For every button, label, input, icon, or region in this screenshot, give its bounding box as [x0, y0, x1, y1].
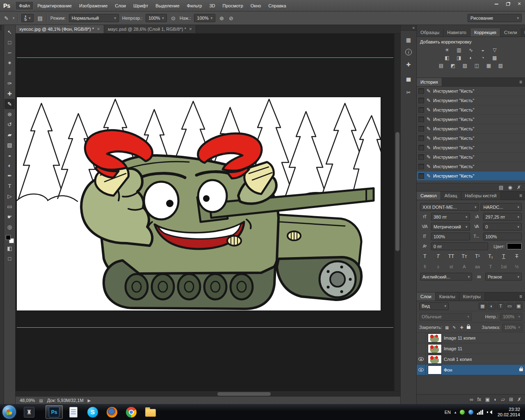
info-mini-icon[interactable]: i	[405, 49, 412, 55]
tool-move[interactable]: ↖	[5, 27, 15, 37]
menu-item[interactable]: Окно	[247, 1, 265, 10]
menu-item[interactable]: Фильтр	[183, 1, 206, 10]
history-source-well[interactable]	[418, 154, 424, 160]
menu-item[interactable]: 3D	[205, 1, 219, 10]
tab-stili[interactable]: Стили	[500, 28, 521, 37]
canvas-artwork[interactable]	[17, 97, 381, 310]
minimize-button[interactable]	[491, 0, 502, 8]
tool-clone-stamp[interactable]: ⊛	[5, 109, 15, 119]
tab-sloi[interactable]: Слои	[417, 292, 436, 301]
history-source-well[interactable]	[418, 126, 424, 132]
menu-item[interactable]: Слои	[111, 1, 130, 10]
tab-istoriya[interactable]: История	[417, 78, 442, 86]
ligatures-button[interactable]: fi	[420, 263, 430, 271]
delete-layer-icon[interactable]: ✗	[517, 397, 521, 402]
tab-close-icon[interactable]: ✕	[97, 27, 100, 31]
antivirus-tray-icon[interactable]	[460, 410, 465, 415]
panel-menu-icon[interactable]: ≡	[521, 30, 525, 35]
taskbar-chrome-button[interactable]	[123, 405, 140, 419]
lock-transparency-icon[interactable]: ▦	[444, 324, 450, 331]
filter-smart-icon[interactable]: ▣	[515, 303, 523, 310]
menu-item[interactable]: Редактирование	[34, 1, 75, 10]
horizontal-scrollbar[interactable]	[16, 391, 400, 396]
layer-thumbnail[interactable]	[428, 344, 442, 353]
language-select[interactable]: Английский...▾	[420, 273, 472, 281]
layer-blend-mode-select[interactable]: Обычные▾	[419, 313, 472, 321]
tool-blur[interactable]: ◒	[5, 150, 15, 160]
tab-navigator[interactable]: Навигато	[443, 28, 470, 37]
ordinals-button[interactable]: 1st	[499, 263, 509, 271]
network-tray-icon[interactable]	[477, 410, 483, 415]
doc-tab-xyecoc[interactable]: xyecoc.jpg @ 48,1% (Фон, RGB/8*) * ✕	[16, 25, 104, 33]
adj-invert-icon[interactable]: ◩	[449, 62, 458, 69]
volume-tray-icon[interactable]	[487, 410, 492, 415]
subscript-button[interactable]: T₁	[486, 253, 495, 260]
vertical-scrollbar-thumb[interactable]	[395, 132, 399, 251]
layer-thumbnail[interactable]	[428, 333, 442, 342]
tablet-opacity-icon[interactable]: ⊙	[170, 15, 176, 21]
filter-pixel-icon[interactable]: ▦	[479, 303, 486, 310]
tool-dodge[interactable]: ◐	[5, 160, 15, 171]
layer-effects-icon[interactable]: fx	[477, 397, 481, 402]
taskbar-explorer-button[interactable]	[142, 405, 159, 419]
guide-line[interactable]	[17, 327, 393, 328]
taskbar-photoshop-button[interactable]: Ps	[46, 405, 63, 419]
adj-gradient-map-icon[interactable]: ▦	[484, 62, 493, 69]
foreground-color-swatch[interactable]	[6, 235, 11, 240]
lock-position-icon[interactable]: ✚	[459, 324, 465, 331]
menu-item[interactable]: Файл	[15, 1, 34, 10]
adj-hue-saturation-icon[interactable]: ◧	[443, 54, 452, 61]
tab-abzac[interactable]: Абзац	[441, 192, 461, 200]
filter-shape-icon[interactable]: ▭	[506, 303, 514, 310]
history-state[interactable]: ✎ Инструмент "Кисть"	[417, 124, 525, 134]
adj-color-balance-icon[interactable]: ◨	[454, 54, 463, 61]
tool-shape[interactable]: ▭	[5, 201, 15, 212]
lock-pixels-icon[interactable]: ✎	[451, 324, 458, 331]
layer-name[interactable]: Image 11	[444, 346, 462, 351]
small-caps-button[interactable]: Tт	[459, 253, 469, 260]
opacity-select[interactable]: 100% ▾	[146, 14, 167, 22]
underline-button[interactable]: T	[499, 253, 509, 260]
color-swatches[interactable]	[6, 235, 14, 243]
layer-name[interactable]: Фон	[444, 368, 452, 372]
tab-kanaly[interactable]: Каналы	[436, 292, 459, 301]
layer-visibility-toggle[interactable]	[417, 354, 426, 365]
history-source-well[interactable]	[418, 164, 424, 169]
layer-thumbnail[interactable]	[428, 355, 442, 364]
layer-name[interactable]: Image 11 копия	[444, 336, 475, 340]
font-style-select[interactable]: HARDC...▾	[481, 203, 522, 211]
new-layer-icon[interactable]: ⊞	[509, 397, 513, 402]
history-state[interactable]: ✎ Инструмент "Кисть"	[417, 134, 525, 143]
tab-korrekciya[interactable]: Коррекция	[470, 28, 500, 37]
font-size-select[interactable]: 380 пт▾	[431, 213, 470, 221]
all-caps-button[interactable]: TT	[446, 253, 456, 260]
lock-all-icon[interactable]	[467, 326, 470, 329]
tool-lasso[interactable]: ∽	[5, 48, 15, 58]
restore-button[interactable]	[502, 0, 514, 8]
titling-alternates-button[interactable]: T	[486, 263, 495, 271]
menu-item[interactable]: Выделение	[152, 1, 183, 10]
new-snapshot-icon[interactable]: ◉	[508, 185, 512, 190]
taskbar-firefox-button[interactable]	[103, 405, 121, 419]
layer-mask-icon[interactable]: ▣	[485, 397, 490, 402]
tool-magic-wand[interactable]: ✶	[5, 58, 15, 68]
workspace-switcher[interactable]: Рисование ▾	[468, 14, 522, 22]
kerning-select[interactable]: Метрический▾	[431, 223, 470, 231]
tab-simvol[interactable]: Символ	[417, 192, 441, 200]
brush-panel-toggle-icon[interactable]: ▤	[37, 15, 43, 21]
history-state[interactable]: ✎ Инструмент "Кисть"	[417, 162, 525, 171]
expand-dock-icon[interactable]: «	[412, 25, 415, 30]
adj-levels-icon[interactable]: ▥	[454, 46, 463, 53]
adj-curves-icon[interactable]: ∿	[466, 46, 475, 53]
history-source-well[interactable]	[418, 98, 424, 103]
baseline-shift-field[interactable]: 0 пт	[431, 242, 488, 250]
history-state[interactable]: ✎ Инструмент "Кисть"	[417, 105, 525, 115]
layer-fill-select[interactable]: 100%▾	[502, 324, 523, 331]
adj-vibrance-icon[interactable]: ▽	[490, 46, 499, 53]
taskbar-wot-button[interactable]: ♜	[21, 405, 38, 419]
screen-mode-icon[interactable]: □	[5, 253, 15, 264]
menu-item[interactable]: Изображение	[75, 1, 111, 10]
discretionary-ligatures-button[interactable]: st	[446, 263, 456, 271]
contextual-alternates-button[interactable]: ɔ	[433, 263, 443, 271]
tool-preset-arrow-icon[interactable]: ▾	[13, 16, 15, 20]
